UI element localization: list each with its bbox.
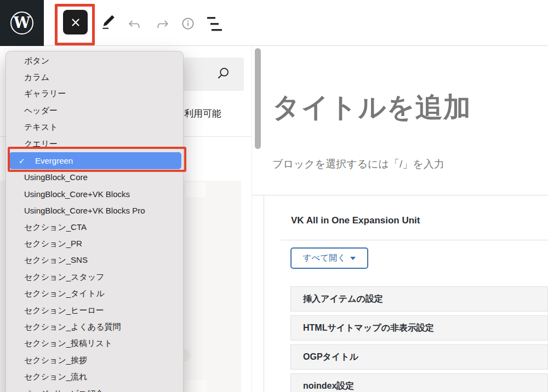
- dropdown-item-label: セクション_PR: [24, 239, 82, 249]
- dropdown-item-label: ギャラリー: [24, 89, 66, 99]
- undo-button[interactable]: [126, 16, 142, 34]
- metabox-left-border: [264, 195, 264, 392]
- list-view-icon: [207, 16, 222, 32]
- redo-button[interactable]: [155, 16, 171, 34]
- pencil-icon: [100, 14, 117, 31]
- metabox-top-border: [253, 195, 548, 195]
- dropdown-menu-item[interactable]: ✓ セクション_PR: [6, 235, 183, 252]
- dropdown-menu-item[interactable]: ✓ UsingBlock_Core+VK Blocks Pro: [6, 203, 183, 219]
- search-icon: [216, 67, 230, 81]
- metabox-divider: [281, 240, 548, 240]
- metabox-accordion: 挿入アイテムの設定 HTMLサイトマップの非表示設定 OGPタイトル noind…: [290, 286, 548, 392]
- dropdown-menu-item[interactable]: ✓ セクション_SNS: [6, 252, 183, 269]
- accordion-panel-header[interactable]: noindex設定: [290, 373, 548, 392]
- close-icon: [70, 17, 81, 28]
- dropdown-menu-item[interactable]: ✓ UsingBlock_Core+VK Blocks: [6, 186, 183, 202]
- dropdown-menu-item[interactable]: ✓ セクション_スタッフ: [6, 269, 183, 285]
- dropdown-menu-item[interactable]: ✓ ヘッダー: [6, 102, 183, 119]
- chevron-down-icon: [350, 257, 356, 260]
- undo-icon: [126, 16, 142, 32]
- dropdown-item-label: セクション_流れ: [24, 372, 87, 382]
- dropdown-menu-item[interactable]: ✓ セクション_CTA: [6, 219, 183, 235]
- accordion-panel-label: 挿入アイテムの設定: [303, 293, 383, 305]
- open-all-button[interactable]: すべて開く: [290, 247, 368, 269]
- pattern-category-dropdown: ✓ ボタン ✓ カラム ✓ ギャラリー ✓ ヘッダー ✓ テキスト: [5, 51, 184, 392]
- dropdown-item-label: ページ_サービス紹介: [24, 389, 104, 392]
- dropdown-menu-item[interactable]: ✓ Evergreen: [9, 152, 181, 169]
- dropdown-item-label: UsingBlock_Core+VK Blocks: [24, 189, 130, 199]
- dropdown-menu-item[interactable]: ✓ セクション_投稿リスト: [6, 336, 183, 352]
- post-title-placeholder[interactable]: タイトルを追加: [272, 92, 471, 124]
- close-inserter-button[interactable]: [63, 10, 88, 34]
- metabox-title: VK All in One Expansion Unit: [291, 215, 420, 226]
- dropdown-menu-item[interactable]: ✓ セクション_タイトル: [6, 285, 183, 302]
- dropdown-menu-item[interactable]: ✓ セクション_ヒーロー: [6, 302, 183, 319]
- dropdown-item-label: セクション_SNS: [24, 255, 88, 266]
- checkmark-icon: ✓: [19, 157, 25, 165]
- dropdown-item-label: ボタン: [24, 56, 49, 66]
- dropdown-item-label: セクション_ヒーロー: [24, 305, 104, 316]
- dropdown-item-label: セクション_タイトル: [24, 289, 105, 299]
- list-view-button[interactable]: [207, 16, 222, 33]
- accordion-panel-header[interactable]: 挿入アイテムの設定: [290, 286, 548, 312]
- dropdown-menu-item[interactable]: ✓ セクション_挨拶: [6, 352, 183, 368]
- dropdown-item-label: テキスト: [24, 122, 58, 132]
- editor-toolbar: W: [0, 0, 548, 46]
- dropdown-menu-item[interactable]: ✓ カラム: [6, 69, 183, 85]
- info-icon: [180, 15, 196, 32]
- block-appender-placeholder[interactable]: ブロックを選択するには「/」を入力: [272, 157, 444, 171]
- dropdown-item-label: セクション_スタッフ: [24, 272, 105, 283]
- dropdown-item-label: Evergreen: [35, 156, 73, 165]
- wordpress-logo-icon: W: [10, 11, 33, 34]
- patterns-available-label: 利用可能: [184, 107, 221, 120]
- dropdown-item-label: セクション_挨拶: [24, 355, 87, 366]
- wordpress-logo-button[interactable]: W: [0, 0, 44, 46]
- accordion-panel-header[interactable]: OGPタイトル: [290, 344, 548, 370]
- dropdown-menu-item[interactable]: ✓ セクション_流れ: [6, 368, 183, 385]
- accordion-panel-header[interactable]: HTMLサイトマップの非表示設定: [290, 315, 548, 341]
- dropdown-menu-item[interactable]: ✓ セクション_よくある質問: [6, 319, 183, 335]
- accordion-panel-label: HTMLサイトマップの非表示設定: [303, 322, 434, 334]
- dropdown-menu-item[interactable]: ✓ ページ_サービス紹介: [6, 385, 183, 392]
- edit-mode-button[interactable]: [100, 14, 117, 33]
- redo-icon: [155, 16, 171, 32]
- info-button[interactable]: [180, 15, 196, 33]
- sidebar-scrollbar[interactable]: [255, 48, 261, 149]
- dropdown-item-label: クエリー: [24, 139, 58, 149]
- open-all-label: すべて開く: [303, 252, 346, 264]
- dropdown-item-label: UsingBlock_Core: [24, 172, 88, 182]
- dropdown-menu-item[interactable]: ✓ テキスト: [6, 119, 183, 136]
- dropdown-item-label: UsingBlock_Core+VK Blocks Pro: [24, 206, 145, 215]
- accordion-panel-label: OGPタイトル: [303, 351, 358, 363]
- dropdown-menu-item[interactable]: ✓ ボタン: [6, 53, 183, 69]
- dropdown-item-label: セクション_CTA: [24, 222, 87, 233]
- pattern-preview-fragment: [185, 182, 206, 197]
- accordion-panel-label: noindex設定: [303, 381, 354, 392]
- wordpress-editor-screen: W: [0, 0, 548, 392]
- pattern-preview-fragment: [185, 380, 207, 392]
- dropdown-item-label: セクション_投稿リスト: [24, 338, 112, 349]
- dropdown-item-label: セクション_よくある質問: [24, 322, 121, 332]
- dropdown-menu-item[interactable]: ✓ UsingBlock_Core: [6, 169, 183, 186]
- dropdown-item-label: カラム: [24, 72, 49, 83]
- editor-canvas: タイトルを追加 ブロックを選択するには「/」を入力 VK All in One …: [253, 46, 548, 392]
- dropdown-menu-item[interactable]: ✓ クエリー: [6, 136, 183, 152]
- dropdown-item-label: ヘッダー: [24, 106, 58, 116]
- dropdown-menu-item[interactable]: ✓ ギャラリー: [6, 86, 183, 102]
